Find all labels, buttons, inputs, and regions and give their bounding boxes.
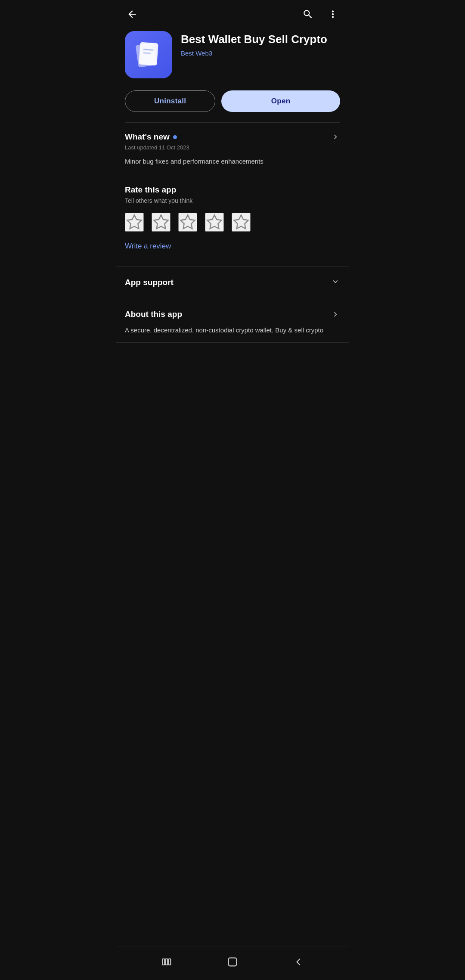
- star-4[interactable]: [205, 213, 224, 232]
- star-3[interactable]: [178, 213, 197, 232]
- svg-rect-4: [162, 959, 164, 965]
- rate-subtitle: Tell others what you think: [125, 197, 340, 204]
- top-bar-right: [301, 7, 340, 22]
- whats-new-section: What's new Last updated 11 Oct 2023 Mino…: [116, 123, 349, 172]
- svg-rect-5: [165, 959, 167, 965]
- uninstall-button[interactable]: Uninstall: [125, 90, 215, 112]
- more-options-button[interactable]: [326, 7, 340, 22]
- app-developer: Best Web3: [181, 50, 327, 57]
- rate-title: Rate this app: [125, 185, 340, 195]
- whats-new-description: Minor bug fixes and performance enhancem…: [125, 157, 340, 167]
- whats-new-title: What's new: [125, 132, 170, 142]
- bottom-spacer: [116, 343, 349, 377]
- top-bar-left: [125, 7, 140, 22]
- svg-rect-7: [229, 958, 237, 966]
- nav-back-button[interactable]: [284, 952, 313, 971]
- app-support-section[interactable]: App support: [116, 266, 349, 299]
- about-arrow[interactable]: [331, 310, 340, 319]
- nav-recents-button[interactable]: [152, 952, 181, 971]
- about-title: About this app: [125, 310, 182, 319]
- whats-new-header-left: What's new: [125, 132, 177, 142]
- app-header: Best Wallet Buy Sell Crypto Best Web3: [116, 27, 349, 87]
- bottom-nav: [116, 946, 349, 980]
- chevron-down-icon: [331, 277, 340, 288]
- app-title: Best Wallet Buy Sell Crypto: [181, 33, 327, 46]
- search-button[interactable]: [301, 7, 315, 22]
- star-1[interactable]: [125, 213, 144, 232]
- new-indicator-dot: [173, 135, 177, 139]
- star-2[interactable]: [152, 213, 170, 232]
- star-5[interactable]: [232, 213, 251, 232]
- about-header: About this app: [125, 310, 340, 319]
- about-section: About this app A secure, decentralized, …: [116, 299, 349, 343]
- nav-home-button[interactable]: [218, 952, 247, 971]
- app-icon: [125, 31, 172, 78]
- whats-new-arrow[interactable]: [331, 132, 340, 142]
- back-button[interactable]: [125, 7, 140, 22]
- svg-rect-6: [168, 959, 170, 965]
- top-bar: [116, 0, 349, 27]
- open-button[interactable]: Open: [221, 90, 340, 112]
- stars-row: [125, 213, 340, 232]
- whats-new-header: What's new: [125, 132, 340, 142]
- about-description: A secure, decentralized, non-custodial c…: [125, 325, 340, 335]
- app-support-title: App support: [125, 278, 174, 287]
- write-review-link[interactable]: Write a review: [125, 242, 171, 251]
- action-buttons: Uninstall Open: [116, 87, 349, 122]
- app-title-section: Best Wallet Buy Sell Crypto Best Web3: [181, 31, 327, 57]
- rate-section: Rate this app Tell others what you think: [116, 172, 349, 259]
- last-updated-text: Last updated 11 Oct 2023: [125, 144, 340, 151]
